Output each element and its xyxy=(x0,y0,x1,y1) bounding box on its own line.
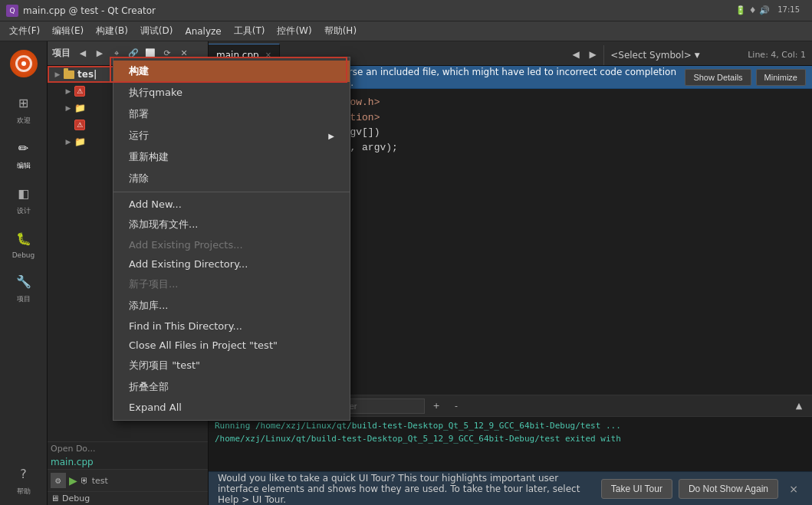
remove-output-btn[interactable]: - xyxy=(448,398,465,415)
ctx-add-existing-projects: Add Existing Projects... xyxy=(113,235,350,254)
activity-help[interactable]: ? 帮助 xyxy=(4,457,44,501)
welcome-icon: ⊞ xyxy=(12,91,35,114)
activity-welcome[interactable]: ⊞ 欢迎 xyxy=(4,87,44,130)
activity-design[interactable]: ◧ 设计 xyxy=(4,177,44,221)
menu-edit[interactable]: 编辑(E) xyxy=(46,23,90,39)
tree-arrow-1: ▶ xyxy=(63,87,74,95)
red-box-icon-2: ⚠ xyxy=(74,120,85,130)
ctx-run-label: 运行 xyxy=(129,129,149,143)
show-details-btn[interactable]: Show Details xyxy=(685,69,751,86)
menu-build[interactable]: 构建(B) xyxy=(90,23,134,39)
ctx-add-existing-file[interactable]: 添加现有文件... xyxy=(113,214,350,235)
menu-tools[interactable]: 工具(T) xyxy=(228,23,271,39)
run-config-btn[interactable]: ⚙ xyxy=(51,473,66,488)
ubuntu-logo xyxy=(10,50,38,77)
open-docs-label: Open Do... xyxy=(48,442,208,455)
folder-icon-2: 📁 xyxy=(74,102,86,114)
debug-run-btn[interactable]: ⛨ xyxy=(81,476,89,486)
tree-label-1 xyxy=(88,87,91,97)
sym-back-btn[interactable]: ◀ xyxy=(568,47,584,62)
tree-label-4 xyxy=(88,137,91,147)
folder-icon-4: 📁 xyxy=(74,136,86,148)
ctx-close-all-files[interactable]: Close All Files in Project "test" xyxy=(113,336,350,355)
activity-project[interactable]: 🔧 项目 xyxy=(4,265,44,309)
activity-welcome-label: 欢迎 xyxy=(17,116,31,126)
nav-back-btn[interactable]: ◀ xyxy=(75,46,90,61)
symbol-nav: ◀ ▶ xyxy=(565,44,603,65)
tree-arrow-4: ▶ xyxy=(63,138,74,146)
menu-controls[interactable]: 控件(W) xyxy=(271,23,317,39)
symbol-selector[interactable]: <Select Symbol> ▼ xyxy=(603,45,741,65)
collapse-output-btn[interactable]: ▲ xyxy=(791,398,807,415)
debug-icon: 🐛 xyxy=(12,227,35,250)
menu-debug[interactable]: 调试(D) xyxy=(134,23,179,39)
ctx-build[interactable]: 构建 xyxy=(113,61,350,82)
context-menu: 构建 执行qmake 部署 运行 ▶ 重新构建 清除 Add New... 添加… xyxy=(113,57,350,421)
activity-project-label: 项目 xyxy=(17,294,31,304)
activity-edit[interactable]: ✏ 编辑 xyxy=(4,132,44,175)
activity-debug-label: Debug xyxy=(12,251,35,259)
take-tour-btn[interactable]: Take UI Tour xyxy=(601,479,672,499)
output-content: Running /home/xzj/Linux/qt/build-test-De… xyxy=(209,417,812,471)
open-doc-main-cpp[interactable]: main.cpp xyxy=(48,455,208,469)
output-path-2: /home/xzj/Linux/qt/build-test-Desktop_Qt… xyxy=(215,434,621,444)
debug-label: 🖥 Debug xyxy=(48,491,208,505)
ctx-collapse-all[interactable]: 折叠全部 xyxy=(113,376,350,398)
tree-icon-1: ⚠ xyxy=(74,85,86,97)
ctx-find-in-dir[interactable]: Find in This Directory... xyxy=(113,316,350,336)
ctx-close-project[interactable]: 关闭项目 "test" xyxy=(113,355,350,376)
ctx-add-library[interactable]: 添加库... xyxy=(113,295,350,316)
ctx-new-subproject: 新子项目... xyxy=(113,274,350,295)
add-output-btn[interactable]: + xyxy=(428,398,445,415)
ctx-clean[interactable]: 清除 xyxy=(113,168,350,189)
project-icon: 🔧 xyxy=(12,270,35,293)
menu-bar: 文件(F) 编辑(E) 构建(B) 调试(D) Analyze 工具(T) 控件… xyxy=(0,21,812,41)
ctx-add-existing-dir[interactable]: Add Existing Directory... xyxy=(113,254,350,274)
red-box-icon: ⚠ xyxy=(74,86,85,97)
line-col-display: Line: 4, Col: 1 xyxy=(741,44,812,65)
menu-analyze[interactable]: Analyze xyxy=(179,25,227,38)
activity-design-label: 设计 xyxy=(17,206,31,216)
ctx-rebuild[interactable]: 重新构建 xyxy=(113,146,350,168)
minimize-notif-btn[interactable]: Minimize xyxy=(756,69,806,86)
app-icon: Q xyxy=(6,5,18,17)
run-btn[interactable]: ▶ xyxy=(69,474,77,487)
sidebar-title: 项目 xyxy=(52,47,71,60)
open-documents-section: Open Do... main.cpp xyxy=(48,441,208,469)
bottom-notif-text: Would you like to take a quick UI Tour? … xyxy=(218,473,595,505)
edit-icon: ✏ xyxy=(12,136,35,159)
title-bar: Q main.cpp @ test - Qt Creator 🔋 ♦ 🔊 17:… xyxy=(0,0,812,21)
tree-arrow-2: ▶ xyxy=(63,104,74,112)
nav-forward-btn[interactable]: ▶ xyxy=(92,46,107,61)
ctx-add-new[interactable]: Add New... xyxy=(113,195,350,214)
ctx-run-arrow: ▶ xyxy=(328,132,334,140)
activity-ubuntu[interactable] xyxy=(4,45,44,85)
menu-file[interactable]: 文件(F) xyxy=(3,23,46,39)
tree-label-3 xyxy=(88,120,91,130)
tree-icon-3: ⚠ xyxy=(74,119,86,131)
ctx-deploy[interactable]: 部署 xyxy=(113,103,350,125)
close-notification-btn[interactable]: × xyxy=(784,480,803,498)
output-path-1: Running /home/xzj/Linux/qt/build-test-De… xyxy=(215,421,621,431)
do-not-show-btn[interactable]: Do Not Show Again xyxy=(679,479,778,499)
tree-item-label: tes| xyxy=(77,69,97,80)
title-text: main.cpp @ test - Qt Creator xyxy=(23,5,156,16)
ctx-expand-all[interactable]: Expand All xyxy=(113,398,350,417)
output-line-1: Running /home/xzj/Linux/qt/build-test-De… xyxy=(215,420,806,433)
line-col-text: Line: 4, Col: 1 xyxy=(748,50,806,60)
activity-debug[interactable]: 🐛 Debug xyxy=(4,222,44,264)
run-controls: ⚙ ▶ ⛨ test xyxy=(48,469,208,491)
tree-label-2 xyxy=(88,103,91,113)
clock: 17:15 xyxy=(777,5,800,15)
symbol-text: <Select Symbol> xyxy=(610,50,692,61)
ctx-run[interactable]: 运行 ▶ xyxy=(113,125,350,146)
bottom-notification: Would you like to take a quick UI Tour? … xyxy=(209,471,812,505)
output-line-2: /home/xzj/Linux/qt/build-test-Desktop_Qt… xyxy=(215,433,806,446)
ctx-qmake[interactable]: 执行qmake xyxy=(113,82,350,103)
debug-text: Debug xyxy=(62,494,90,503)
activity-edit-label: 编辑 xyxy=(17,161,31,171)
window-controls: 🔋 ♦ 🔊 17:15 xyxy=(735,5,806,15)
sym-forward-btn[interactable]: ▶ xyxy=(585,47,600,62)
activity-help-label: 帮助 xyxy=(17,487,31,497)
menu-help[interactable]: 帮助(H) xyxy=(318,23,363,39)
